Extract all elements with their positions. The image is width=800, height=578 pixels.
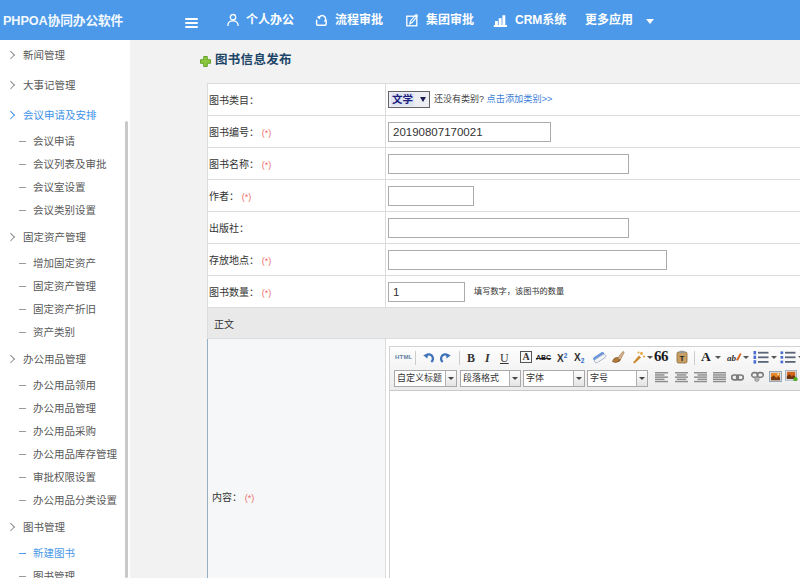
svg-text:ab: ab (727, 353, 737, 363)
svg-text:T: T (680, 354, 685, 363)
